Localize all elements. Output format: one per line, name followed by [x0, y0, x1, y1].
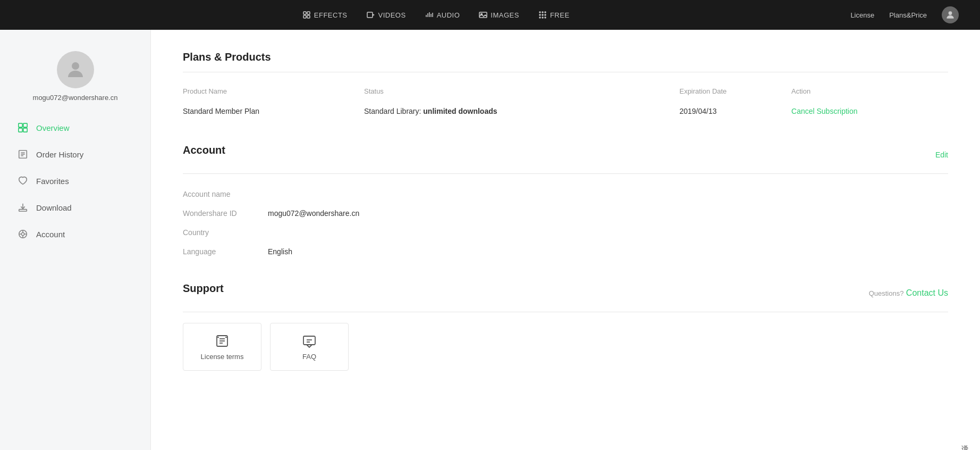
- nav-videos[interactable]: VIDEOS: [367, 11, 406, 19]
- sidebar-navigation: Overview Order History: [0, 114, 150, 247]
- wondershare-id-row: Wondershare ID mogu072@wondershare.cn: [183, 204, 948, 223]
- status-cell: Standard Library: unlimited downloads: [364, 99, 679, 123]
- nav-plans-price[interactable]: Plans&Price: [889, 11, 927, 19]
- nav-audio[interactable]: AUDIO: [425, 11, 460, 19]
- top-navigation: EFFECTS VIDEOS AUDIO: [0, 0, 980, 30]
- account-section: Account Edit Account name Wondershare ID…: [183, 144, 948, 261]
- svg-rect-46: [303, 336, 315, 345]
- svg-marker-5: [373, 14, 375, 16]
- support-cards: License terms FAQ: [183, 323, 948, 371]
- sidebar-email: mogu072@wondershare.cn: [33, 94, 118, 102]
- wondershare-id-value: mogu072@wondershare.cn: [268, 209, 359, 218]
- svg-rect-0: [303, 12, 306, 14]
- status-prefix: Standard Library:: [364, 107, 423, 115]
- sidebar-item-download[interactable]: Download: [0, 194, 150, 221]
- user-avatar[interactable]: [942, 6, 959, 23]
- sidebar-item-favorites[interactable]: Favorites: [0, 168, 150, 194]
- support-section: Support Questions? Contact Us: [183, 282, 948, 371]
- nav-effects[interactable]: EFFECTS: [302, 11, 348, 19]
- videos-icon: [367, 11, 375, 19]
- user-profile-area: mogu072@wondershare.cn: [0, 51, 150, 102]
- support-divider: [183, 312, 948, 312]
- svg-point-16: [539, 17, 540, 18]
- svg-rect-27: [23, 128, 27, 132]
- nav-right: License Plans&Price: [850, 6, 959, 23]
- account-header: Account Edit: [183, 144, 948, 165]
- svg-point-17: [545, 17, 546, 18]
- main-layout: mogu072@wondershare.cn Overview: [0, 30, 980, 450]
- free-icon: [538, 11, 547, 19]
- support-title: Support: [183, 282, 224, 295]
- main-content: Plans & Products Product Name Status Exp…: [151, 30, 980, 450]
- cancel-subscription-link[interactable]: Cancel Subscription: [791, 107, 858, 115]
- order-history-icon: [17, 148, 29, 160]
- nav-free[interactable]: FREE: [538, 11, 570, 19]
- svg-point-14: [539, 12, 540, 13]
- svg-rect-2: [303, 15, 306, 18]
- support-contact-area: Questions? Contact Us: [869, 288, 948, 298]
- sidebar: mogu072@wondershare.cn Overview: [0, 30, 151, 450]
- svg-point-18: [542, 12, 543, 13]
- license-terms-icon: [215, 334, 230, 348]
- account-icon: [17, 228, 29, 240]
- svg-rect-26: [19, 128, 22, 132]
- plans-title: Plans & Products: [183, 51, 948, 63]
- account-fields: Account name Wondershare ID mogu072@wond…: [183, 185, 948, 261]
- faq-card[interactable]: FAQ: [270, 323, 349, 371]
- favorites-icon: [17, 175, 29, 187]
- sidebar-item-account[interactable]: Account: [0, 221, 150, 247]
- overview-icon: [17, 122, 29, 134]
- contact-us-link[interactable]: Contact Us: [906, 288, 948, 297]
- license-terms-card[interactable]: License terms: [183, 323, 261, 371]
- license-terms-label: License terms: [201, 353, 244, 361]
- effects-icon: [302, 11, 311, 19]
- svg-point-21: [545, 14, 546, 15]
- sidebar-item-order-history[interactable]: Order History: [0, 141, 150, 168]
- status-bold: unlimited downloads: [423, 107, 497, 115]
- col-expiration: Expiration Date: [679, 83, 791, 99]
- svg-rect-25: [23, 123, 27, 127]
- plans-table: Product Name Status Expiration Date Acti…: [183, 83, 948, 123]
- questions-text: Questions?: [869, 289, 904, 297]
- product-name-cell: Standard Member Plan: [183, 99, 364, 123]
- download-icon: [17, 202, 29, 213]
- svg-point-15: [545, 12, 546, 13]
- country-label: Country: [183, 228, 268, 237]
- svg-point-13: [542, 14, 543, 15]
- faq-label: FAQ: [302, 353, 316, 361]
- account-name-row: Account name: [183, 185, 948, 204]
- svg-point-20: [539, 14, 540, 15]
- support-header: Support Questions? Contact Us: [183, 282, 948, 303]
- audio-icon: [425, 11, 434, 19]
- svg-rect-4: [367, 12, 373, 18]
- images-icon: [479, 11, 487, 19]
- svg-rect-32: [19, 210, 27, 212]
- svg-point-35: [21, 232, 24, 235]
- country-row: Country: [183, 223, 948, 242]
- nav-images[interactable]: IMAGES: [479, 11, 519, 19]
- svg-rect-1: [307, 12, 310, 14]
- sidebar-item-overview[interactable]: Overview: [0, 114, 150, 141]
- plans-section: Plans & Products Product Name Status Exp…: [183, 51, 948, 123]
- expiration-cell: 2019/04/13: [679, 99, 791, 123]
- account-title: Account: [183, 144, 225, 156]
- faq-icon: [302, 334, 317, 348]
- edit-button[interactable]: Edit: [935, 151, 948, 159]
- svg-point-22: [949, 11, 952, 15]
- avatar: [57, 51, 94, 88]
- col-action: Action: [791, 83, 948, 99]
- account-name-label: Account name: [183, 190, 268, 198]
- table-row: Standard Member Plan Standard Library: u…: [183, 99, 948, 123]
- account-divider: [183, 173, 948, 174]
- col-product-name: Product Name: [183, 83, 364, 99]
- plans-divider: [183, 72, 948, 72]
- svg-rect-24: [19, 123, 22, 127]
- nav-center: EFFECTS VIDEOS AUDIO: [302, 11, 570, 19]
- language-row: Language English: [183, 242, 948, 261]
- svg-rect-3: [307, 15, 310, 18]
- svg-point-23: [72, 62, 79, 70]
- wondershare-id-label: Wondershare ID: [183, 209, 268, 218]
- nav-license[interactable]: License: [850, 11, 874, 19]
- action-cell: Cancel Subscription: [791, 99, 948, 123]
- col-status: Status: [364, 83, 679, 99]
